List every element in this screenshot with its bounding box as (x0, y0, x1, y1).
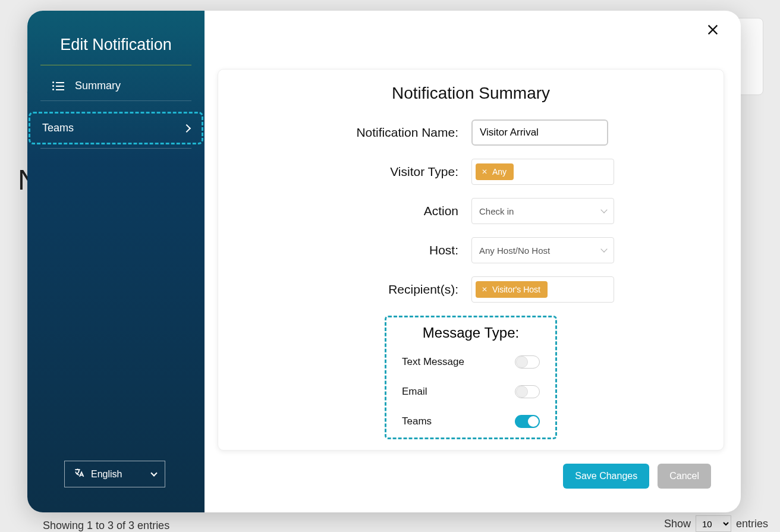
recipients-chip[interactable]: ✕ Visitor's Host (476, 281, 548, 298)
teams-label: Teams (402, 415, 432, 427)
row-host: Host: Any Host/No Host (240, 237, 702, 263)
chip-remove-icon[interactable]: ✕ (482, 285, 488, 294)
translate-icon (73, 467, 85, 481)
row-email: Email (402, 385, 540, 398)
list-icon (52, 81, 64, 90)
action-value: Check in (479, 206, 514, 216)
visitor-type-chip-label: Any (492, 167, 507, 177)
row-recipients: Recipient(s): ✕ Visitor's Host (240, 276, 702, 303)
close-icon (706, 23, 719, 36)
recipients-field[interactable]: ✕ Visitor's Host (471, 276, 614, 303)
row-visitor-type: Visitor Type: ✕ Any (240, 159, 702, 185)
notification-name-input[interactable] (471, 119, 608, 146)
sidebar-divider (40, 148, 191, 149)
email-label: Email (402, 386, 427, 398)
chevron-right-icon (183, 124, 191, 132)
section-title: Notification Summary (240, 84, 702, 103)
chevron-down-icon (600, 245, 607, 252)
host-value: Any Host/No Host (479, 245, 550, 256)
content-card: Notification Summary Notification Name: … (218, 69, 724, 451)
visitor-type-label: Visitor Type: (240, 165, 471, 179)
name-label: Notification Name: (240, 125, 471, 140)
language-select[interactable]: English (64, 461, 165, 487)
action-label: Action (240, 204, 471, 218)
host-select[interactable]: Any Host/No Host (471, 237, 614, 263)
save-button[interactable]: Save Changes (563, 464, 649, 489)
chip-remove-icon[interactable]: ✕ (482, 168, 488, 176)
visitor-type-field[interactable]: ✕ Any (471, 159, 614, 185)
modal-sidebar: Edit Notification Summary Teams English (27, 11, 205, 512)
language-label: English (91, 469, 122, 480)
cancel-button[interactable]: Cancel (658, 464, 711, 489)
edit-notification-modal: Edit Notification Summary Teams English … (27, 11, 741, 512)
message-type-section: Message Type: Text Message Email Teams (385, 316, 557, 439)
chevron-down-icon (600, 206, 607, 213)
modal-title: Edit Notification (40, 36, 191, 65)
row-notification-name: Notification Name: (240, 119, 702, 146)
modal-actions: Save Changes Cancel (218, 464, 724, 489)
text-message-label: Text Message (402, 356, 464, 368)
teams-toggle[interactable] (515, 415, 540, 428)
close-button[interactable] (706, 23, 719, 39)
host-label: Host: (240, 243, 471, 257)
message-type-title: Message Type: (402, 325, 540, 341)
sidebar-item-summary[interactable]: Summary (40, 71, 191, 101)
action-select[interactable]: Check in (471, 198, 614, 224)
row-text-message: Text Message (402, 355, 540, 369)
text-message-toggle[interactable] (515, 355, 540, 369)
recipients-label: Recipient(s): (240, 282, 471, 297)
row-teams: Teams (402, 415, 540, 428)
chevron-down-icon (150, 470, 157, 476)
sidebar-summary-label: Summary (75, 80, 121, 92)
visitor-type-chip[interactable]: ✕ Any (476, 163, 514, 180)
recipients-chip-label: Visitor's Host (492, 285, 540, 294)
sidebar-item-teams[interactable]: Teams (29, 112, 203, 144)
row-action: Action Check in (240, 198, 702, 224)
email-toggle[interactable] (515, 385, 540, 398)
modal-main: Notification Summary Notification Name: … (205, 11, 741, 512)
sidebar-teams-label: Teams (42, 122, 74, 134)
